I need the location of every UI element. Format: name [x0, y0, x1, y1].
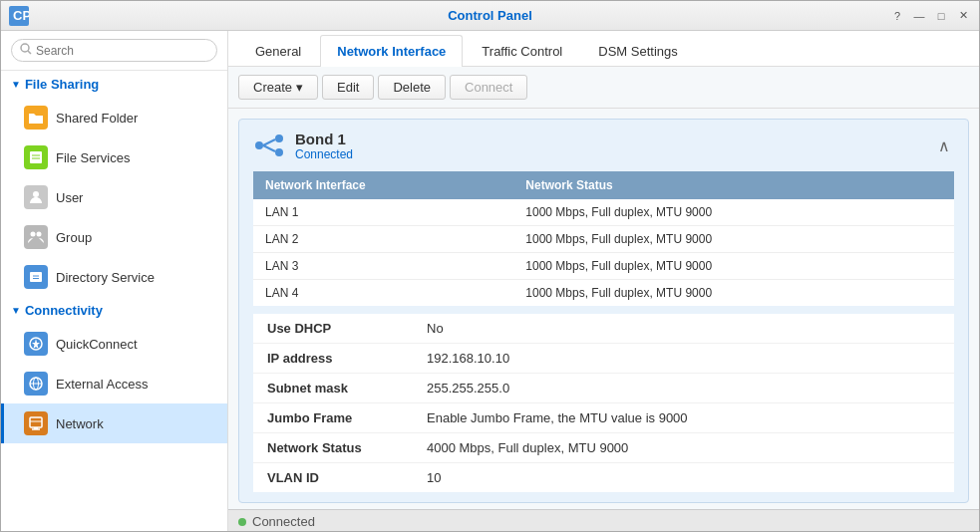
- search-box[interactable]: [11, 39, 217, 62]
- sidebar-item-quickconnect[interactable]: QuickConnect: [1, 324, 227, 364]
- sidebar-item-user[interactable]: User: [1, 177, 227, 217]
- subnet-value: 255.255.255.0: [413, 374, 954, 403]
- window-controls: ? — □ ✕: [889, 8, 971, 24]
- svg-point-7: [33, 191, 39, 197]
- bond1-title: Bond 1: [295, 131, 353, 147]
- svg-point-2: [21, 44, 29, 52]
- section-file-sharing[interactable]: ▼ File Sharing: [1, 71, 227, 98]
- svg-rect-4: [30, 151, 42, 163]
- subnet-label: Subnet mask: [253, 374, 413, 403]
- external-access-icon: [24, 372, 48, 396]
- lan1-interface: LAN 1: [253, 199, 513, 226]
- network-label: Network: [56, 416, 104, 431]
- create-dropdown-icon: ▾: [296, 80, 303, 95]
- sidebar-search-area: [1, 31, 227, 71]
- sidebar-item-group[interactable]: Group: [1, 217, 227, 257]
- tab-general[interactable]: General: [238, 35, 318, 67]
- bond1-header-left: Bond 1 Connected: [253, 130, 353, 161]
- netstatus-label: Network Status: [253, 433, 413, 463]
- bond1-section: Bond 1 Connected ∧ Network Interface Net…: [238, 119, 969, 503]
- lan4-status: 1000 Mbps, Full duplex, MTU 9000: [513, 280, 954, 307]
- external-access-label: External Access: [56, 377, 149, 392]
- svg-point-22: [255, 141, 263, 149]
- content-scroll[interactable]: Bond 1 Connected ∧ Network Interface Net…: [228, 109, 979, 509]
- detail-row-vlan: VLAN ID 10: [253, 463, 954, 493]
- bond1-header: Bond 1 Connected ∧: [239, 120, 968, 171]
- col-network-status: Network Status: [513, 171, 954, 199]
- svg-point-9: [37, 232, 42, 237]
- bond1-icon: [253, 130, 285, 161]
- title-bar: CP Control Panel ? — □ ✕: [1, 1, 979, 31]
- edit-label: Edit: [337, 80, 359, 95]
- toolbar: Create ▾ Edit Delete Connect: [228, 67, 979, 109]
- bond1-status: Connected: [295, 147, 353, 161]
- delete-button[interactable]: Delete: [378, 75, 446, 100]
- table-row[interactable]: LAN 2 1000 Mbps, Full duplex, MTU 9000: [253, 226, 954, 253]
- sidebar-item-directory-service[interactable]: Directory Service: [1, 257, 227, 297]
- svg-line-25: [263, 139, 275, 145]
- tab-dsm-settings[interactable]: DSM Settings: [581, 35, 694, 67]
- detail-row-ip: IP address 192.168.10.10: [253, 344, 954, 374]
- tab-bar: General Network Interface Traffic Contro…: [228, 31, 979, 67]
- status-text: Connected: [252, 514, 315, 529]
- ip-label: IP address: [253, 344, 413, 374]
- detail-row-subnet: Subnet mask 255.255.255.0: [253, 374, 954, 403]
- connect-button[interactable]: Connect: [450, 75, 527, 100]
- user-label: User: [56, 190, 83, 205]
- table-row[interactable]: LAN 1 1000 Mbps, Full duplex, MTU 9000: [253, 199, 954, 226]
- bond1-interface-table: Network Interface Network Status LAN 1 1…: [253, 171, 954, 306]
- create-label: Create: [253, 80, 292, 95]
- sidebar: ▼ File Sharing Shared Folder File Servic…: [1, 31, 228, 532]
- chevron-connectivity-icon: ▼: [11, 305, 21, 316]
- bond1-detail-table: Use DHCP No IP address 192.168.10.10 Sub…: [253, 314, 954, 492]
- directory-service-label: Directory Service: [56, 270, 155, 285]
- table-row[interactable]: LAN 4 1000 Mbps, Full duplex, MTU 9000: [253, 280, 954, 307]
- sidebar-item-shared-folder[interactable]: Shared Folder: [1, 98, 227, 137]
- maximize-button[interactable]: □: [933, 8, 949, 24]
- sidebar-item-file-services[interactable]: File Services: [1, 137, 227, 177]
- ip-value: 192.168.10.10: [413, 344, 954, 374]
- network-icon: [24, 411, 48, 435]
- help-button[interactable]: ?: [889, 8, 905, 24]
- dhcp-label: Use DHCP: [253, 314, 413, 344]
- vlan-label: VLAN ID: [253, 463, 413, 493]
- lan3-status: 1000 Mbps, Full duplex, MTU 9000: [513, 253, 954, 280]
- table-row[interactable]: LAN 3 1000 Mbps, Full duplex, MTU 9000: [253, 253, 954, 280]
- search-icon: [20, 43, 32, 58]
- user-icon: [24, 185, 48, 209]
- directory-service-icon: [24, 265, 48, 289]
- vlan-value: 10: [413, 463, 954, 493]
- jumbo-value: Enable Jumbo Frame, the MTU value is 900…: [413, 403, 954, 433]
- file-services-icon: [24, 145, 48, 169]
- search-input[interactable]: [36, 44, 208, 58]
- section-connectivity[interactable]: ▼ Connectivity: [1, 297, 227, 324]
- svg-rect-10: [30, 272, 42, 282]
- minimize-button[interactable]: —: [911, 8, 927, 24]
- bond1-collapse-button[interactable]: ∧: [934, 133, 954, 159]
- content-area: General Network Interface Traffic Contro…: [228, 31, 979, 532]
- col-network-interface: Network Interface: [253, 171, 513, 199]
- close-button[interactable]: ✕: [955, 8, 971, 24]
- svg-line-3: [28, 51, 31, 54]
- group-icon: [24, 225, 48, 249]
- group-label: Group: [56, 230, 92, 245]
- svg-point-8: [31, 232, 36, 237]
- svg-text:CP: CP: [13, 8, 29, 23]
- create-button[interactable]: Create ▾: [238, 75, 318, 100]
- window-title: Control Panel: [448, 8, 532, 23]
- bond1-body: Network Interface Network Status LAN 1 1…: [239, 171, 968, 502]
- svg-rect-17: [30, 417, 42, 427]
- sidebar-item-network[interactable]: Network: [1, 403, 227, 443]
- connect-label: Connect: [465, 80, 512, 95]
- sidebar-item-external-access[interactable]: External Access: [1, 364, 227, 403]
- edit-button[interactable]: Edit: [322, 75, 374, 100]
- tab-traffic-control[interactable]: Traffic Control: [465, 35, 579, 67]
- section-connectivity-label: Connectivity: [25, 303, 103, 318]
- bond1-info: Bond 1 Connected: [295, 131, 353, 161]
- svg-point-23: [275, 134, 283, 142]
- lan3-interface: LAN 3: [253, 253, 513, 280]
- svg-point-24: [275, 148, 283, 156]
- lan4-interface: LAN 4: [253, 280, 513, 307]
- chevron-down-icon: ▼: [11, 79, 21, 90]
- tab-network-interface[interactable]: Network Interface: [320, 35, 463, 67]
